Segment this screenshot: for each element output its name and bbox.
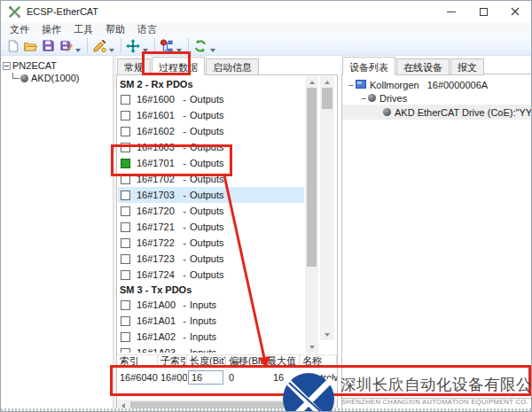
menu-item-tools[interactable]: 工具 bbox=[67, 23, 99, 36]
vendor-chip-icon bbox=[356, 79, 366, 91]
collapse-expander-icon[interactable]: − bbox=[347, 80, 356, 90]
length-input[interactable]: 16 bbox=[188, 370, 223, 385]
minimize-button[interactable] bbox=[435, 1, 467, 22]
pdo-row-1a00[interactable]: 16#1A00-Inputs bbox=[118, 297, 304, 313]
tab-online-devices[interactable]: 在线设备 bbox=[396, 58, 450, 75]
pdo-row-1601[interactable]: 16#1601-Outputs bbox=[118, 107, 304, 123]
pdo-id: 16#1703 bbox=[137, 190, 179, 200]
pdo-direction: Outputs bbox=[190, 126, 224, 136]
pdo-direction: Outputs bbox=[190, 158, 224, 168]
pdo-checkbox[interactable] bbox=[121, 222, 130, 232]
pdo-checkbox[interactable] bbox=[121, 95, 130, 105]
dropdown-caret-icon[interactable] bbox=[143, 49, 148, 52]
pdo-list-scrollbar[interactable] bbox=[305, 76, 318, 353]
pdo-checkbox[interactable] bbox=[121, 300, 130, 310]
panel-scrollbar[interactable] bbox=[320, 76, 334, 340]
save-button[interactable] bbox=[39, 37, 57, 55]
pdo-row-1720[interactable]: 16#1720-Outputs bbox=[118, 203, 304, 219]
collapse-expander-icon[interactable] bbox=[3, 62, 11, 70]
pdo-row-1600[interactable]: 16#1600-Outputs bbox=[118, 91, 304, 107]
pdo-checkbox[interactable] bbox=[121, 111, 130, 120]
pdo-row-1a02[interactable]: 16#1A02-Inputs bbox=[118, 329, 304, 345]
pdo-row-1722[interactable]: 16#1722-Outputs bbox=[118, 235, 304, 251]
dropdown-caret-icon[interactable] bbox=[210, 49, 215, 52]
column-header-max[interactable]: 最大值 bbox=[264, 355, 300, 366]
pdo-checkbox[interactable] bbox=[121, 316, 130, 326]
new-file-button[interactable] bbox=[4, 37, 21, 55]
pdo-row-1602[interactable]: 16#1602-Outputs bbox=[118, 123, 304, 139]
pdo-id: 16#1723 bbox=[137, 253, 179, 264]
pdo-checkbox[interactable] bbox=[121, 270, 130, 280]
menu-item-language[interactable]: 语言 bbox=[131, 23, 163, 36]
tab-device-list[interactable]: 设备列表 bbox=[342, 57, 395, 75]
open-folder-button[interactable] bbox=[21, 37, 39, 55]
pdo-checkbox[interactable] bbox=[121, 254, 130, 264]
tree-item-akd-drive[interactable]: AKD EtherCAT Drive (CoE):"YY" bbox=[342, 105, 531, 120]
pdo-checkbox[interactable] bbox=[121, 332, 130, 342]
close-button[interactable] bbox=[499, 1, 531, 22]
scrollbar-thumb[interactable] bbox=[322, 88, 332, 109]
scrollbar-thumb[interactable] bbox=[307, 88, 317, 267]
scroll-up-icon[interactable] bbox=[320, 76, 334, 88]
watermark-company-en: SHENZHEN CHANGXIN AUTOMATION EQUIPMENT C… bbox=[341, 398, 532, 406]
column-header-name[interactable]: 名称 bbox=[300, 355, 337, 366]
pdo-direction: Outputs bbox=[190, 174, 224, 184]
edit-pencil-button[interactable] bbox=[90, 37, 108, 55]
pdo-row-1724[interactable]: 16#1724-Outputs bbox=[118, 267, 304, 283]
tab-general[interactable]: 常规 bbox=[117, 58, 151, 75]
column-header-subindex[interactable]: 子索引 bbox=[158, 355, 187, 366]
dropdown-caret-icon[interactable] bbox=[176, 49, 182, 52]
pdo-row-1703[interactable]: 16#1703-Outputs bbox=[118, 187, 304, 203]
dropdown-caret-icon[interactable] bbox=[109, 49, 114, 52]
column-header-offset[interactable]: 偏移(Bit) bbox=[226, 355, 264, 366]
toolbar bbox=[1, 36, 531, 56]
pdo-id: 16#1602 bbox=[137, 126, 179, 136]
pdo-checkbox[interactable] bbox=[121, 206, 130, 216]
menu-item-file[interactable]: 文件 bbox=[4, 23, 35, 36]
mapping-table-header: 索引 子索引 长度(Bit) 偏移(Bit) 最大值 名称 bbox=[117, 354, 337, 367]
tab-startup-info[interactable]: 启动信息 bbox=[206, 58, 259, 75]
pdo-checkbox[interactable] bbox=[121, 238, 130, 248]
tree-item-akd[interactable]: AKD(1000) bbox=[3, 72, 111, 84]
pan-node-button[interactable] bbox=[124, 37, 142, 55]
pdo-row-1603[interactable]: 16#1603-Outputs bbox=[118, 139, 304, 155]
application-window: ECSP-EtherCAT 文件操作工具帮助语言 PN2ECAT AKD(100… bbox=[0, 0, 532, 412]
tree-item-drives[interactable]: − Drives bbox=[342, 91, 531, 105]
pdo-id: 16#1721 bbox=[137, 222, 179, 232]
tree-item-kollmorgen[interactable]: − Kollmorgen 16#0000006A bbox=[342, 78, 531, 91]
maximize-button[interactable] bbox=[467, 1, 499, 22]
pdo-direction: Outputs bbox=[190, 237, 224, 248]
cell-offset: 0 bbox=[226, 372, 264, 383]
pdo-checkbox[interactable] bbox=[121, 348, 130, 354]
scroll-up-icon[interactable] bbox=[305, 76, 318, 88]
tree-item-pn2ecat[interactable]: PN2ECAT bbox=[3, 59, 111, 72]
tab-process-data[interactable]: 过程数据 bbox=[152, 57, 205, 75]
pdo-row-1a03[interactable]: 16#1A03-Inputs bbox=[118, 345, 304, 353]
column-header-length[interactable]: 长度(Bit) bbox=[187, 355, 226, 366]
scroll-down-icon[interactable] bbox=[305, 341, 318, 353]
collapse-expander-icon[interactable]: − bbox=[359, 93, 368, 104]
pdo-checkbox[interactable] bbox=[121, 127, 130, 136]
pdo-checkbox[interactable] bbox=[121, 159, 130, 168]
refresh-button[interactable] bbox=[192, 37, 209, 55]
pdo-row-1723[interactable]: 16#1723-Outputs bbox=[118, 251, 304, 267]
window-resize-edge[interactable] bbox=[1, 408, 531, 411]
pdo-checkbox[interactable] bbox=[121, 175, 130, 184]
menu-item-help[interactable]: 帮助 bbox=[99, 23, 131, 36]
dropdown-caret-icon[interactable] bbox=[75, 49, 81, 52]
pdo-separator: - bbox=[179, 126, 190, 136]
column-header-index[interactable]: 索引 bbox=[117, 355, 158, 366]
topology-button[interactable] bbox=[158, 37, 176, 55]
pdo-row-1721[interactable]: 16#1721-Outputs bbox=[118, 219, 304, 235]
pdo-checkbox[interactable] bbox=[121, 143, 130, 152]
pdo-row-1701[interactable]: 16#1701-Outputs bbox=[118, 155, 304, 171]
scroll-down-icon[interactable] bbox=[320, 329, 334, 340]
save-as-button[interactable] bbox=[57, 37, 74, 55]
pdo-direction: Inputs bbox=[190, 299, 216, 310]
tab-messages[interactable]: 报文 bbox=[450, 58, 484, 75]
pdo-row-1a01[interactable]: 16#1A01-Inputs bbox=[118, 313, 304, 329]
menu-item-operation[interactable]: 操作 bbox=[35, 23, 67, 36]
pdo-checkbox[interactable] bbox=[121, 190, 130, 200]
pdo-separator: - bbox=[179, 94, 190, 105]
pdo-row-1702[interactable]: 16#1702-Outputs bbox=[118, 171, 304, 187]
